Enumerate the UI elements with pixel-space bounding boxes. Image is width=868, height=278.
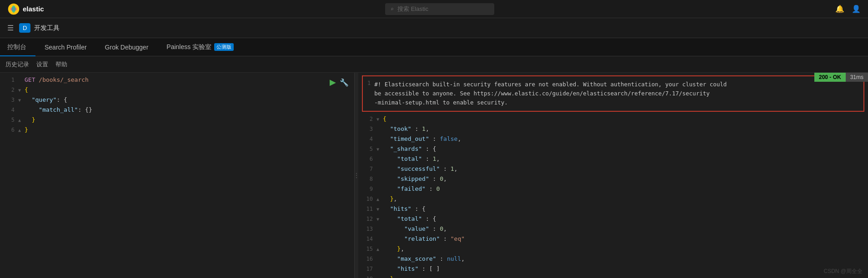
right-content-3: "took" : 1, [383,125,429,132]
top-bar-right: 🔔 👤 [835,5,861,13]
right-linenum-6: 6 [362,156,373,162]
right-output-pane: 200 - OK 31ms ✕ 1 #! Elasticsearch built… [358,73,868,278]
line-content-1: GET /books/_search [25,76,89,83]
line-number-3: 3 [4,97,15,103]
bell-icon[interactable]: 🔔 [835,5,844,13]
tab-painless-lab[interactable]: Painless 实验室 公测版 [157,38,243,56]
tab-search-profiler[interactable]: Search Profiler [35,38,96,56]
right-linenum-13: 13 [362,226,373,232]
left-editor-pane: 1 GET /books/_search 2 ▼ { 3 ▼ "query": … [0,73,355,278]
tab-search-profiler-label: Search Profiler [45,44,87,51]
right-content-5: "_shards" : { [383,145,436,152]
dev-tools-label: 开发工具 [34,24,60,32]
right-content-18: } [383,275,393,278]
right-fold-2[interactable]: ▼ [376,117,381,122]
wrench-button[interactable]: 🔧 [340,77,349,87]
line-number-2: 2 [4,87,15,93]
warning-linenum: 1 [367,80,371,107]
line-content-5: } [25,116,35,123]
right-linenum-9: 9 [362,186,373,192]
line-content-4: "match_all": {} [25,106,92,113]
right-line-17: 17 "hits" : [ ] [358,265,868,275]
user-icon[interactable]: 👤 [852,5,861,13]
resize-handle[interactable] [355,73,358,278]
line-content-2: { [25,86,28,93]
right-linenum-5: 5 [362,146,373,152]
right-linenum-14: 14 [362,236,373,242]
elastic-logo-text: elastic [23,5,44,13]
editor-area[interactable]: 1 GET /books/_search 2 ▼ { 3 ▼ "query": … [0,73,354,278]
right-line-5: 5 ▼ "_shards" : { [358,145,868,155]
right-line-12: 12 ▼ "total" : { [358,215,868,225]
history-button[interactable]: 历史记录 [5,60,29,69]
right-content-2: { [383,115,386,122]
code-line-2: 2 ▼ { [0,86,354,96]
right-line-6: 6 "total" : 1, [358,155,868,165]
right-fold-12[interactable]: ▼ [376,217,381,222]
right-content-13: "value" : 0, [383,225,447,232]
code-line-5: 5 ▲ } [0,116,354,126]
line-number-5: 5 [4,117,15,123]
right-linenum-8: 8 [362,176,373,182]
status-time: 31ms [846,73,868,82]
right-line-2: 2 ▼ { [358,115,868,125]
right-content-4: "timed_out" : false, [383,135,461,142]
line-content-6: } [25,126,28,133]
right-linenum-4: 4 [362,136,373,142]
elastic-logo[interactable]: elastic [7,3,44,15]
help-button[interactable]: 帮助 [55,60,67,69]
right-line-18: 18 ▲ } [358,275,868,278]
tab-painless-badge: 公测版 [214,43,234,51]
right-fold-10[interactable]: ▲ [376,197,381,202]
line-content-3: "query": { [25,96,67,103]
right-content-15: }, [383,245,404,252]
status-ok: 200 - OK [814,73,846,82]
right-fold-11[interactable]: ▼ [376,207,381,212]
fold-6[interactable]: ▲ [18,128,23,133]
right-line-3: 3 "took" : 1, [358,125,868,135]
right-fold-15[interactable]: ▲ [376,247,381,252]
run-button[interactable]: ▶ [330,77,336,87]
tab-console[interactable]: 控制台 [0,38,35,56]
tab-grok-debugger-label: Grok Debugger [105,44,149,51]
right-line-15: 15 ▲ }, [358,245,868,255]
right-line-11: 11 ▼ "hits" : { [358,205,868,215]
right-content-16: "max_score" : null, [383,255,465,262]
watermark: CSDN @周全全 [823,268,863,275]
right-content-14: "relation" : "eq" [383,235,465,242]
warning-text: #! Elasticsearch built-in security featu… [374,80,727,107]
main-content: 1 GET /books/_search 2 ▼ { 3 ▼ "query": … [0,73,868,278]
right-line-14: 14 "relation" : "eq" [358,235,868,245]
fold-3[interactable]: ▼ [18,98,23,103]
right-content-7: "successful" : 1, [383,165,457,172]
fold-5[interactable]: ▲ [18,118,23,123]
right-linenum-2: 2 [362,116,373,122]
tab-grok-debugger[interactable]: Grok Debugger [96,38,158,56]
code-line-6: 6 ▲ } [0,126,354,136]
right-content-12: "total" : { [383,215,436,222]
right-line-13: 13 "value" : 0, [358,225,868,235]
search-bar[interactable]: ⌕ 搜索 Elastic [385,3,494,15]
code-line-3: 3 ▼ "query": { [0,96,354,106]
right-line-7: 7 "successful" : 1, [358,165,868,175]
search-placeholder: 搜索 Elastic [397,5,428,13]
right-linenum-16: 16 [362,256,373,262]
right-line-10: 10 ▲ }, [358,195,868,205]
right-content-11: "hits" : { [383,205,426,212]
warning-content: 1 #! Elasticsearch built-in security fea… [367,80,859,107]
line-number-4: 4 [4,107,15,113]
right-linenum-3: 3 [362,126,373,132]
code-line-1: 1 GET /books/_search [0,76,354,86]
line-number-1: 1 [4,77,15,83]
right-content-9: "failed" : 0 [383,185,440,192]
right-linenum-18: 18 [362,276,373,278]
settings-button[interactable]: 设置 [36,60,48,69]
right-linenum-11: 11 [362,206,373,212]
hamburger-button[interactable]: ☰ [5,22,15,34]
right-line-4: 4 "timed_out" : false, [358,135,868,145]
right-fold-5[interactable]: ▼ [376,147,381,152]
right-linenum-10: 10 [362,196,373,202]
editor-actions: ▶ 🔧 [330,77,349,87]
tab-painless-lab-label: Painless 实验室 [166,43,211,51]
fold-2[interactable]: ▼ [18,88,23,93]
